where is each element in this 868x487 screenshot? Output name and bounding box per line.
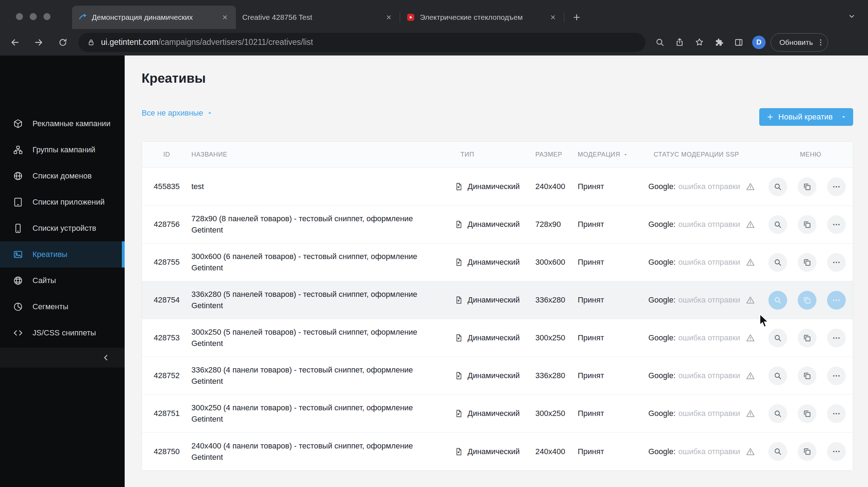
more-actions-button[interactable]	[827, 404, 846, 423]
preview-button[interactable]	[768, 366, 787, 385]
column-header-size: РАЗМЕР	[535, 151, 571, 158]
sidebar-item-campaigns[interactable]: Рекламные кампании	[0, 111, 125, 137]
copy-button[interactable]	[798, 253, 816, 272]
ssp-provider: Google:	[648, 258, 676, 267]
tab-close-icon[interactable]	[383, 11, 395, 23]
browser-update-button[interactable]: Обновить	[771, 33, 828, 52]
table-row[interactable]: 428750 240x400 (4 панели товаров) - тест…	[142, 433, 853, 470]
preview-button[interactable]	[768, 253, 787, 272]
tab-creative-test[interactable]: Creative 428756 Test	[236, 6, 400, 29]
dynamic-creative-icon	[454, 182, 463, 191]
phone-icon	[13, 223, 23, 234]
tab-steklopodemniki[interactable]: Электрические стеклоподъем	[400, 6, 564, 29]
new-creative-button[interactable]: Новый креатив	[759, 108, 853, 126]
ssp-provider: Google:	[648, 447, 676, 456]
browser-menu-icon[interactable]	[816, 38, 825, 47]
tab-search-button[interactable]	[845, 9, 859, 23]
ellipsis-icon	[832, 220, 841, 229]
creative-name: 300x250 (5 панелей товаров) - тестовый с…	[191, 327, 454, 349]
more-actions-button[interactable]	[827, 215, 846, 234]
copy-button[interactable]	[798, 366, 816, 385]
ssp-status: ошибка отправки	[678, 333, 740, 342]
copy-icon	[803, 220, 811, 229]
copy-button[interactable]	[798, 404, 816, 423]
new-tab-button[interactable]	[569, 10, 584, 25]
creative-name: 240x400 (4 панели товаров) - тестовый сн…	[191, 440, 454, 463]
creatives-table: ID НАЗВАНИЕ ТИП РАЗМЕР МОДЕРАЦИЯ СТАТУС …	[142, 141, 853, 471]
creative-name: 336x280 (4 панели товаров) - тестовый сн…	[191, 364, 454, 387]
window-minimize-button[interactable]	[30, 13, 37, 20]
more-actions-button[interactable]	[827, 291, 846, 310]
sidebar-item-app-lists[interactable]: Списки приложений	[0, 189, 125, 215]
new-creative-dropdown[interactable]	[840, 114, 847, 120]
copy-button[interactable]	[798, 215, 816, 234]
copy-button[interactable]	[798, 329, 816, 347]
copy-button[interactable]	[798, 442, 816, 461]
tab-close-icon[interactable]	[219, 11, 231, 23]
more-actions-button[interactable]	[827, 253, 846, 272]
preview-button[interactable]	[768, 442, 787, 461]
preview-button[interactable]	[768, 329, 787, 347]
back-button[interactable]	[6, 34, 23, 51]
bookmark-button[interactable]	[691, 34, 708, 51]
creative-id: 428756	[142, 220, 191, 229]
side-panel-button[interactable]	[730, 34, 747, 51]
address-bar[interactable]: ui.getintent.com/campaigns/advertisers/1…	[78, 33, 646, 52]
share-button[interactable]	[671, 34, 688, 51]
forward-button[interactable]	[30, 34, 47, 51]
moderation-status: Принят	[571, 371, 648, 380]
tab-divider	[564, 12, 564, 23]
preview-button[interactable]	[768, 215, 787, 234]
table-row[interactable]: 428751 300x250 (4 панели товаров) - тест…	[142, 395, 853, 433]
sidebar-collapse-button[interactable]	[0, 348, 125, 368]
sidebar-item-domain-lists[interactable]: Списки доменов	[0, 163, 125, 189]
extensions-button[interactable]	[711, 34, 727, 51]
creative-size: 336x280	[535, 371, 571, 380]
tab-close-icon[interactable]	[547, 11, 559, 23]
pie-chart-icon	[13, 301, 23, 312]
reload-icon	[58, 38, 67, 47]
copy-icon	[803, 371, 811, 380]
profile-avatar[interactable]: D	[752, 36, 766, 49]
table-row[interactable]: 428756 728x90 (8 панелей товаров) - тест…	[142, 206, 853, 244]
tab-demonstraciya[interactable]: Демонстрация динамических	[72, 6, 236, 29]
table-row[interactable]: 428755 300x600 (6 панелей товаров) - тес…	[142, 244, 853, 281]
table-row-hovered[interactable]: 428754 336x280 (5 панелей товаров) - тес…	[142, 281, 853, 319]
magnifier-icon	[773, 409, 782, 418]
sidebar-item-sites[interactable]: Сайты	[0, 268, 125, 294]
reload-button[interactable]	[54, 34, 71, 51]
table-row[interactable]: 428753 300x250 (5 панелей товаров) - тес…	[142, 319, 853, 357]
copy-button[interactable]	[798, 291, 816, 310]
window-zoom-button[interactable]	[43, 13, 50, 20]
table-row[interactable]: 455835 test Динамический 240x400 Принят …	[142, 168, 853, 206]
magnifier-icon	[773, 182, 782, 191]
more-actions-button[interactable]	[827, 366, 846, 385]
sidebar-item-device-lists[interactable]: Списки устройств	[0, 215, 125, 241]
dynamic-creative-icon	[454, 371, 463, 380]
sidebar-item-snippets[interactable]: JS/CSS сниппеты	[0, 320, 125, 346]
preview-button[interactable]	[768, 291, 787, 310]
window-close-button[interactable]	[16, 13, 23, 20]
copy-button[interactable]	[798, 177, 816, 196]
preview-button[interactable]	[768, 404, 787, 423]
table-row[interactable]: 428752 336x280 (4 панели товаров) - тест…	[142, 357, 853, 395]
column-header-ssp-status: СТАТУС МОДЕРАЦИИ SSP	[648, 151, 768, 158]
ellipsis-icon	[832, 182, 841, 191]
red-site-favicon-icon	[406, 13, 415, 22]
star-icon	[695, 37, 704, 47]
sidebar-item-segments[interactable]: Сегменты	[0, 294, 125, 320]
search-button[interactable]	[651, 34, 668, 51]
preview-button[interactable]	[768, 177, 787, 196]
more-actions-button[interactable]	[827, 177, 846, 196]
archive-filter-dropdown[interactable]: Все не архивные	[142, 108, 213, 118]
more-actions-button[interactable]	[827, 442, 846, 461]
more-actions-button[interactable]	[827, 329, 846, 347]
sidebar-item-campaign-groups[interactable]: Группы кампаний	[0, 137, 125, 163]
column-header-moderation[interactable]: МОДЕРАЦИЯ	[571, 151, 648, 158]
creative-type: Динамический	[468, 333, 520, 342]
warning-icon	[746, 220, 755, 229]
ssp-provider: Google:	[648, 295, 676, 305]
creative-type: Динамический	[468, 409, 520, 418]
column-header-moderation-label: МОДЕРАЦИЯ	[578, 151, 620, 158]
sidebar-item-creatives[interactable]: Креативы	[0, 241, 125, 268]
